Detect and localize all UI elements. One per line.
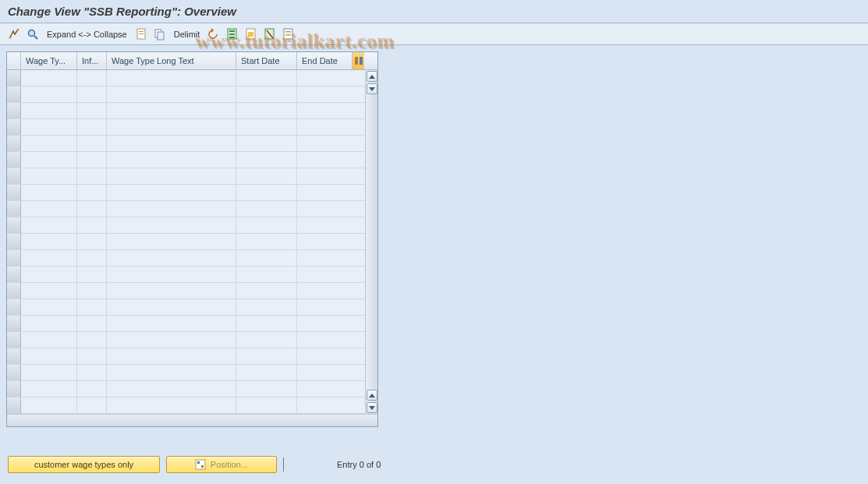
table-cell[interactable] xyxy=(107,267,236,282)
table-cell[interactable] xyxy=(21,250,77,266)
table-cell[interactable] xyxy=(297,299,352,315)
table-cell[interactable] xyxy=(297,267,352,282)
find-icon[interactable] xyxy=(25,26,41,42)
table-cell[interactable] xyxy=(21,152,77,168)
table-row[interactable] xyxy=(7,234,365,250)
table-row[interactable] xyxy=(7,168,365,185)
table-cell[interactable] xyxy=(107,299,236,315)
table-row[interactable] xyxy=(7,348,365,365)
table-cell[interactable] xyxy=(107,283,236,299)
row-selector[interactable] xyxy=(7,267,21,282)
table-cell[interactable] xyxy=(21,365,77,380)
table-row[interactable] xyxy=(7,381,365,397)
row-selector[interactable] xyxy=(7,87,21,102)
table-cell[interactable] xyxy=(107,397,236,413)
table-cell[interactable] xyxy=(77,234,107,249)
table-cell[interactable] xyxy=(77,119,107,135)
table-row[interactable] xyxy=(7,201,365,217)
row-selector[interactable] xyxy=(7,283,21,299)
table-row[interactable] xyxy=(7,365,365,381)
row-selector[interactable] xyxy=(7,316,21,331)
table-cell[interactable] xyxy=(236,365,297,380)
table-cell[interactable] xyxy=(77,70,107,86)
col-start-date[interactable]: Start Date xyxy=(236,52,297,69)
table-cell[interactable] xyxy=(77,316,107,331)
table-cell[interactable] xyxy=(77,201,107,217)
row-selector[interactable] xyxy=(7,217,21,233)
scroll-down2-icon[interactable] xyxy=(367,402,377,413)
table-cell[interactable] xyxy=(297,217,352,233)
table-cell[interactable] xyxy=(297,316,352,331)
table-cell[interactable] xyxy=(77,87,107,102)
table-cell[interactable] xyxy=(21,316,77,331)
table-cell[interactable] xyxy=(236,217,297,233)
row-selector[interactable] xyxy=(7,136,21,151)
table-cell[interactable] xyxy=(297,397,352,413)
table-cell[interactable] xyxy=(107,365,236,380)
col-wage-type[interactable]: Wage Ty... xyxy=(21,52,77,69)
table-row[interactable] xyxy=(7,103,365,119)
table-cell[interactable] xyxy=(21,348,77,364)
table-cell[interactable] xyxy=(21,234,77,249)
table-row[interactable] xyxy=(7,267,365,283)
table-cell[interactable] xyxy=(77,185,107,200)
table-cell[interactable] xyxy=(107,234,236,249)
table-cell[interactable] xyxy=(236,152,297,168)
select-all-icon[interactable] xyxy=(225,26,240,42)
table-row[interactable] xyxy=(7,152,365,168)
table-cell[interactable] xyxy=(236,381,297,397)
table-cell[interactable] xyxy=(77,103,107,118)
table-cell[interactable] xyxy=(236,397,297,413)
table-cell[interactable] xyxy=(297,348,352,364)
table-cell[interactable] xyxy=(77,348,107,364)
horizontal-scrollbar[interactable] xyxy=(7,414,377,426)
configuration-icon[interactable] xyxy=(281,26,296,42)
table-cell[interactable] xyxy=(107,381,236,397)
table-cell[interactable] xyxy=(21,87,77,102)
expand-collapse-button[interactable]: Expand <-> Collapse xyxy=(44,30,130,39)
table-row[interactable] xyxy=(7,87,365,103)
table-cell[interactable] xyxy=(21,103,77,118)
table-cell[interactable] xyxy=(21,397,77,413)
table-cell[interactable] xyxy=(107,332,236,348)
table-cell[interactable] xyxy=(107,119,236,135)
table-cell[interactable] xyxy=(236,168,297,184)
row-selector[interactable] xyxy=(7,185,21,200)
table-cell[interactable] xyxy=(297,381,352,397)
table-cell[interactable] xyxy=(21,299,77,315)
table-cell[interactable] xyxy=(77,217,107,233)
row-selector[interactable] xyxy=(7,365,21,380)
table-cell[interactable] xyxy=(236,250,297,266)
row-selector[interactable] xyxy=(7,381,21,397)
table-cell[interactable] xyxy=(107,250,236,266)
table-row[interactable] xyxy=(7,217,365,234)
undo-change-icon[interactable] xyxy=(206,26,221,42)
table-cell[interactable] xyxy=(21,267,77,282)
table-cell[interactable] xyxy=(236,70,297,86)
table-cell[interactable] xyxy=(77,365,107,380)
row-selector[interactable] xyxy=(7,397,21,413)
table-cell[interactable] xyxy=(77,250,107,266)
table-cell[interactable] xyxy=(107,152,236,168)
table-cell[interactable] xyxy=(297,332,352,348)
table-cell[interactable] xyxy=(77,283,107,299)
table-cell[interactable] xyxy=(77,299,107,315)
table-cell[interactable] xyxy=(236,332,297,348)
table-cell[interactable] xyxy=(107,201,236,217)
deselect-all-icon[interactable] xyxy=(262,26,278,42)
customer-wage-types-button[interactable]: customer wage types only xyxy=(8,456,160,473)
table-cell[interactable] xyxy=(236,185,297,200)
table-row[interactable] xyxy=(7,316,365,332)
delimit-button[interactable]: Delimit xyxy=(171,30,204,39)
copy-as-icon[interactable] xyxy=(152,26,168,42)
new-entries-icon[interactable] xyxy=(133,26,149,42)
table-cell[interactable] xyxy=(107,217,236,233)
table-cell[interactable] xyxy=(107,70,236,86)
table-cell[interactable] xyxy=(21,217,77,233)
row-selector[interactable] xyxy=(7,348,21,364)
table-cell[interactable] xyxy=(236,119,297,135)
table-cell[interactable] xyxy=(77,267,107,282)
row-selector[interactable] xyxy=(7,201,21,217)
row-selector-header[interactable] xyxy=(7,52,21,69)
table-cell[interactable] xyxy=(107,185,236,200)
